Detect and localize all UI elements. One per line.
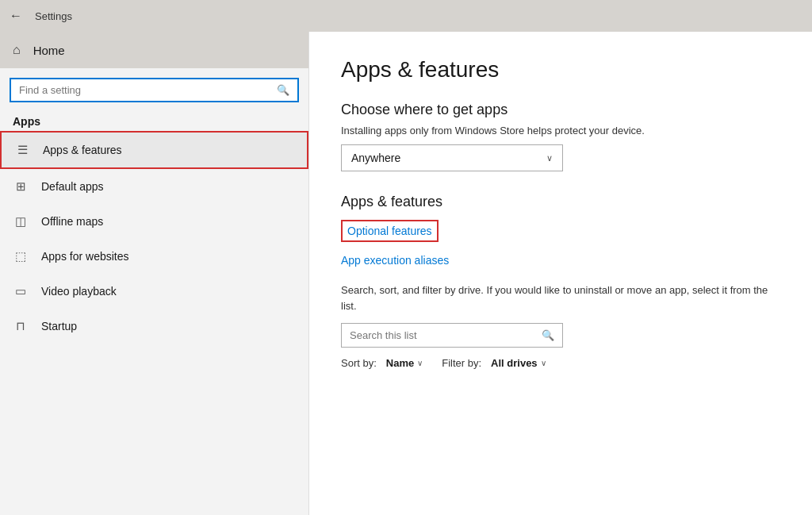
choose-where-desc: Installing apps only from Windows Store … <box>341 125 780 136</box>
filter-by-chevron: ∨ <box>541 359 546 367</box>
choose-where-heading: Choose where to get apps <box>341 102 780 118</box>
home-icon: ⌂ <box>13 43 21 57</box>
sidebar-item-startup-label: Startup <box>41 320 77 332</box>
apps-features-icon: ☰ <box>14 142 30 158</box>
sort-filter-row: Sort by: Name ∨ Filter by: All drives ∨ <box>341 357 780 369</box>
anywhere-dropdown-chevron: ∨ <box>546 153 553 163</box>
sort-by-label: Sort by: <box>341 357 377 369</box>
page-title: Apps & features <box>341 57 780 83</box>
default-apps-icon: ⊞ <box>13 179 29 194</box>
sidebar: ⌂ Home 🔍 Apps ☰ Apps & features ⊞ Defaul… <box>0 32 309 515</box>
sidebar-item-apps-websites[interactable]: ⬚ Apps for websites <box>0 239 308 274</box>
back-button[interactable]: ← <box>10 9 22 23</box>
sidebar-search-box[interactable]: 🔍 <box>10 78 299 102</box>
sort-by-control[interactable]: Sort by: Name ∨ <box>341 357 423 369</box>
apps-features-section-title: Apps & features <box>341 194 780 210</box>
sidebar-item-offline-maps-label: Offline maps <box>41 215 103 228</box>
sidebar-item-apps-websites-label: Apps for websites <box>41 250 129 263</box>
search-list-box[interactable]: 🔍 <box>341 323 563 348</box>
sidebar-item-apps-features-label: Apps & features <box>43 144 122 156</box>
sort-by-chevron: ∨ <box>417 359 423 367</box>
anywhere-dropdown-value: Anywhere <box>351 152 400 164</box>
main-content: ⌂ Home 🔍 Apps ☰ Apps & features ⊞ Defaul… <box>0 32 812 515</box>
optional-features-link[interactable]: Optional features <box>341 220 439 242</box>
sidebar-item-apps-features[interactable]: ☰ Apps & features <box>0 131 308 169</box>
sidebar-item-video-playback[interactable]: ▭ Video playback <box>0 274 308 309</box>
anywhere-dropdown[interactable]: Anywhere ∨ <box>341 144 563 171</box>
filter-by-control[interactable]: Filter by: All drives ∨ <box>442 357 546 369</box>
title-bar: ← Settings <box>0 0 812 32</box>
sort-by-value: Name <box>386 357 414 369</box>
sidebar-item-home[interactable]: ⌂ Home <box>0 32 308 68</box>
filter-by-label: Filter by: <box>442 357 481 369</box>
video-playback-icon: ▭ <box>13 283 29 299</box>
sidebar-search-icon: 🔍 <box>277 84 289 96</box>
sidebar-section-label: Apps <box>0 109 308 131</box>
sidebar-item-video-playback-label: Video playback <box>41 285 117 298</box>
section-sub-desc: Search, sort, and filter by drive. If yo… <box>341 282 780 313</box>
apps-websites-icon: ⬚ <box>13 248 29 264</box>
startup-icon: ⊓ <box>13 318 29 334</box>
title-bar-title: Settings <box>35 10 72 22</box>
search-list-icon: 🔍 <box>542 329 554 341</box>
filter-by-value: All drives <box>491 357 538 369</box>
offline-maps-icon: ◫ <box>13 213 29 229</box>
sidebar-search-input[interactable] <box>19 84 270 96</box>
search-list-input[interactable] <box>350 329 535 341</box>
sidebar-home-label: Home <box>33 44 65 57</box>
app-execution-aliases-link[interactable]: App execution aliases <box>341 254 449 267</box>
sidebar-item-default-apps-label: Default apps <box>41 180 104 193</box>
sidebar-item-default-apps[interactable]: ⊞ Default apps <box>0 169 308 204</box>
content-panel: Apps & features Choose where to get apps… <box>309 32 812 515</box>
sidebar-item-offline-maps[interactable]: ◫ Offline maps <box>0 204 308 239</box>
sidebar-item-startup[interactable]: ⊓ Startup <box>0 309 308 344</box>
